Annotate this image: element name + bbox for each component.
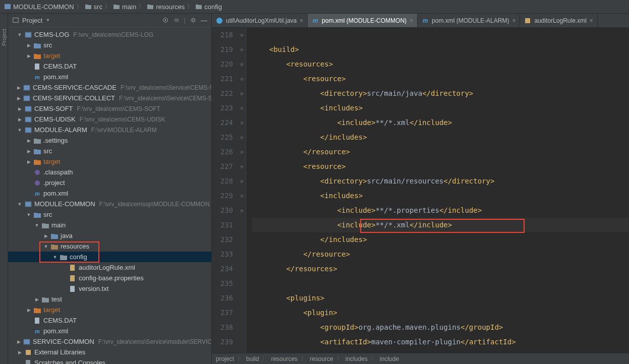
tree-node[interactable]: ▶.settings	[8, 135, 211, 146]
tree-node[interactable]: ▶External Libraries	[8, 347, 211, 357]
code-line[interactable]: </includes>	[252, 232, 629, 247]
breadcrumb-bottom[interactable]: project〉build〉resources〉resource〉include…	[212, 353, 629, 364]
tree-node[interactable]: ▶src	[8, 146, 211, 156]
editor-tab[interactable]: auditorLogRule.xml×	[520, 14, 597, 27]
expand-arrow-icon[interactable]: ▶	[17, 96, 21, 101]
tree-node[interactable]: CEMS.DAT	[8, 315, 211, 326]
code-line[interactable]: <plugin>	[252, 306, 629, 320]
fold-marker[interactable]: ⊖	[238, 159, 246, 174]
tree-node[interactable]: ▼CEMS-LOGF:\vrv_idea\cems\CEMS-LOG	[8, 29, 211, 40]
fold-marker[interactable]: ⊖	[238, 115, 246, 130]
breadcrumb-segment[interactable]: include	[380, 355, 399, 362]
hide-icon[interactable]: —	[201, 17, 207, 24]
expand-arrow-icon[interactable]: ▶	[34, 297, 39, 302]
expand-arrow-icon[interactable]: ▼	[17, 202, 22, 207]
tree-node[interactable]: ▶CEMS-SERVICE-CASCADEF:\vrv_idea\cems\Se…	[8, 82, 211, 93]
expand-arrow-icon[interactable]: ▶	[43, 233, 48, 238]
expand-arrow-icon[interactable]: ▶	[17, 339, 21, 344]
tree-node[interactable]: ▶target	[8, 156, 211, 167]
breadcrumb-segment[interactable]: build	[246, 355, 259, 362]
breadcrumb-segment[interactable]: src	[94, 3, 102, 11]
fold-marker[interactable]: ⊖	[238, 72, 246, 86]
breadcrumb-segment[interactable]: project	[216, 355, 234, 362]
tree-node[interactable]: Scratches and Consoles	[8, 357, 211, 364]
tree-node[interactable]: ▶CEMS-SOFTF:\vrv_idea\cems\CEMS-SOFT	[8, 103, 211, 114]
code-line[interactable]: <plugins>	[252, 291, 629, 306]
code-line[interactable]: <build>	[252, 42, 629, 57]
code-line[interactable]: <artifactId>maven-compiler-plugin</artif…	[252, 335, 629, 349]
fold-marker[interactable]: ⊖	[238, 145, 246, 159]
code-line[interactable]: </resource>	[252, 145, 629, 159]
close-icon[interactable]: ×	[512, 17, 516, 24]
tree-node[interactable]: version.txt	[8, 283, 211, 294]
code-line[interactable]: <include>**/*.properties</include>	[252, 203, 629, 218]
tree-node[interactable]: CEMS.DAT	[8, 61, 211, 72]
code-line[interactable]: </resource>	[252, 247, 629, 262]
code-line[interactable]	[252, 28, 629, 42]
fold-marker[interactable]: ⊖	[238, 28, 246, 42]
code-editor[interactable]: <build> <resources> <resource> <director…	[246, 28, 629, 353]
editor-tab[interactable]: mpom.xml (MODULE-COMMON)×	[308, 14, 418, 27]
fold-marker[interactable]: ⊖	[238, 57, 246, 72]
expand-arrow-icon[interactable]: ▶	[17, 117, 22, 122]
tool-window-bar[interactable]: Project	[0, 14, 8, 364]
tree-node[interactable]: mpom.xml	[8, 72, 211, 82]
tree-node[interactable]: ▶test	[8, 294, 211, 305]
tree-node[interactable]: mpom.xml	[8, 326, 211, 336]
breadcrumb-segment[interactable]: includes	[346, 355, 368, 362]
gear-icon[interactable]	[190, 17, 197, 24]
expand-arrow-icon[interactable]: ▶	[17, 85, 21, 90]
code-line[interactable]: <include>**/*.xml</include>	[252, 218, 629, 232]
project-tree[interactable]: ▼CEMS-LOGF:\vrv_idea\cems\CEMS-LOG▶src▶t…	[8, 27, 211, 364]
breadcrumb-segment[interactable]: resources	[156, 3, 185, 11]
tree-node[interactable]: config-base.properties	[8, 273, 211, 283]
code-line[interactable]: <resource>	[252, 159, 629, 174]
tree-node[interactable]: ▶CEMS-UDISKF:\vrv_idea\cems\CEMS-UDISK	[8, 114, 211, 125]
breadcrumb-segment[interactable]: main	[122, 3, 136, 11]
editor-tab[interactable]: mpom.xml (MODULE-ALARM)×	[418, 14, 520, 27]
breadcrumb-segment[interactable]: resource	[310, 355, 333, 362]
code-line[interactable]: <directory>src/main/java</directory>	[252, 86, 629, 101]
code-line[interactable]: <include>**/*.xml</include>	[252, 115, 629, 130]
code-line[interactable]: <includes>	[252, 189, 629, 203]
chevron-down-icon[interactable]: ▼	[45, 18, 50, 23]
expand-arrow-icon[interactable]: ▼	[43, 244, 48, 249]
fold-marker[interactable]: ⊖	[238, 174, 246, 189]
fold-marker[interactable]: ⊖	[238, 101, 246, 115]
close-icon[interactable]: ×	[410, 17, 413, 24]
expand-arrow-icon[interactable]: ▶	[26, 138, 31, 143]
close-icon[interactable]: ×	[300, 17, 303, 24]
expand-arrow-icon[interactable]: ▶	[26, 149, 31, 154]
tree-node[interactable]: .classpath	[8, 167, 211, 177]
expand-arrow-icon[interactable]: ▼	[17, 128, 22, 133]
code-line[interactable]: </resources>	[252, 262, 629, 276]
tree-node[interactable]: ▶src	[8, 40, 211, 50]
tree-node[interactable]: ▶SERVICE-COMMONF:\vrv_idea\cems\Service\…	[8, 336, 211, 347]
tree-node[interactable]: auditorLogRule.xml	[8, 262, 211, 273]
tree-node[interactable]: .project	[8, 177, 211, 188]
locate-icon[interactable]	[162, 17, 169, 24]
project-tool-label[interactable]: Project	[1, 29, 7, 46]
code-line[interactable]: <groupId>org.apache.maven.plugins</group…	[252, 320, 629, 335]
code-line[interactable]	[252, 276, 629, 291]
tree-node[interactable]: ▼src	[8, 209, 211, 220]
code-line[interactable]: <resources>	[252, 57, 629, 72]
expand-arrow-icon[interactable]: ▶	[17, 106, 22, 111]
code-line[interactable]: </includes>	[252, 130, 629, 145]
tree-node[interactable]: ▶target	[8, 305, 211, 315]
expand-arrow-icon[interactable]: ▶	[26, 159, 31, 164]
expand-arrow-icon[interactable]: ▼	[34, 223, 39, 228]
expand-arrow-icon[interactable]: ▶	[26, 43, 31, 48]
tree-node[interactable]: mpom.xml	[8, 188, 211, 199]
tree-node[interactable]: ▼main	[8, 220, 211, 230]
fold-gutter[interactable]: ⊖⊖⊖⊖⊖⊖⊖⊖⊖⊖⊖⊖⊖	[238, 28, 246, 353]
expand-arrow-icon[interactable]: ▶	[17, 350, 22, 355]
code-line[interactable]: <resource>	[252, 72, 629, 86]
expand-arrow-icon[interactable]: ▼	[26, 212, 31, 217]
fold-marker[interactable]: ⊖	[238, 42, 246, 57]
tree-node[interactable]: ▼MODULE-COMMONF:\vrv_idea\cemssp\MODULE-…	[8, 199, 211, 209]
fold-marker[interactable]: ⊖	[238, 189, 246, 203]
breadcrumb-segment[interactable]: MODULE-COMMON	[13, 3, 74, 11]
expand-arrow-icon[interactable]: ▼	[17, 32, 22, 37]
expand-arrow-icon[interactable]: ▶	[26, 53, 31, 58]
